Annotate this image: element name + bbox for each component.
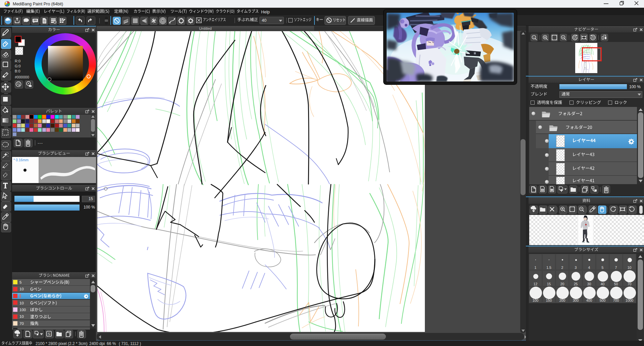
svg-text:S: S — [48, 332, 50, 336]
svg-text:8: 8 — [542, 189, 543, 191]
svg-text:1: 1 — [551, 189, 553, 191]
svg-text:1: 1 — [533, 36, 535, 39]
